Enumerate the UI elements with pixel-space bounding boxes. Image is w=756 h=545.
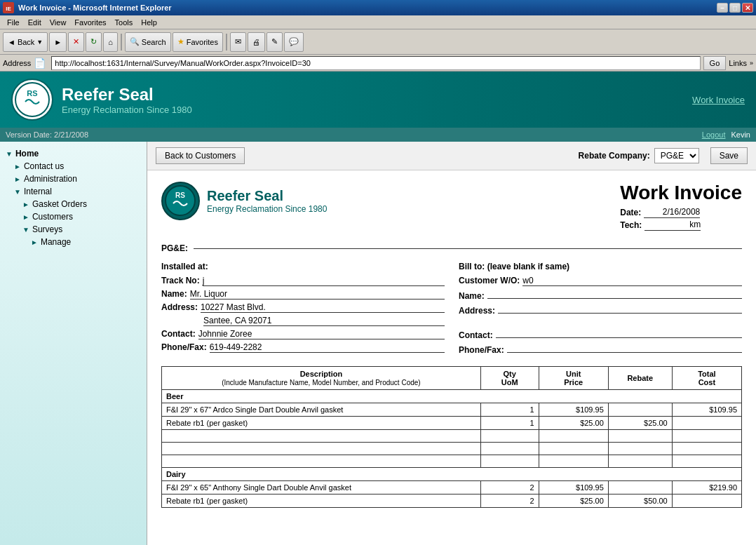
sidebar-item-customers[interactable]: ► Customers: [0, 210, 147, 223]
back-button[interactable]: ◄ Back ▼: [3, 32, 48, 52]
minimize-button[interactable]: –: [717, 3, 728, 13]
close-button[interactable]: ✕: [742, 3, 753, 13]
menu-bar: File Edit View Favorites Tools Help: [0, 15, 756, 29]
menu-help[interactable]: Help: [137, 17, 161, 28]
menu-file[interactable]: File: [3, 17, 24, 28]
installed-phone-value: 619-449-2282: [210, 342, 445, 353]
address-input[interactable]: http://localhost:1631/Internal/Survey/Ma…: [51, 56, 700, 70]
mail-button[interactable]: ✉: [230, 32, 246, 52]
invoice-tech-row: Tech: km: [620, 220, 742, 231]
bill-address-row: Address:: [459, 304, 742, 316]
bill-contact-value: [496, 328, 742, 338]
bill-address-label: Address:: [459, 306, 495, 316]
date-value: 2/16/2008: [644, 207, 700, 218]
gasket-arrow-icon: ►: [22, 201, 29, 208]
installed-at-section: Installed at: Track No: j Name: Mr. Liqu…: [161, 262, 445, 358]
invoice-content: RS Reefer Seal Energy Reclamation Since …: [147, 170, 756, 519]
bill-name-row: Name:: [459, 289, 742, 301]
section-dairy-label: Dairy: [162, 468, 742, 481]
surveys-arrow-icon: ▼: [22, 226, 29, 234]
sidebar-item-gasket-orders[interactable]: ► Gasket Orders: [0, 198, 147, 210]
rebate-company-field: Rebate Company: PG&E: [579, 148, 699, 163]
sidebar-home-label: Home: [15, 149, 39, 159]
discuss-button[interactable]: 💬: [284, 32, 304, 52]
bill-sections: Installed at: Track No: j Name: Mr. Liqu…: [161, 262, 742, 358]
sidebar-surveys-label: Surveys: [32, 224, 62, 234]
row3-total: $219.90: [672, 481, 741, 494]
installed-city-row: Santee, CA 92071: [161, 316, 445, 326]
home-icon: ⌂: [108, 38, 113, 46]
page-icon: 📄: [34, 58, 46, 69]
sidebar-item-contact[interactable]: ► Contact us: [0, 160, 147, 173]
back-dropdown-icon[interactable]: ▼: [36, 39, 43, 46]
back-icon: ◄: [8, 38, 15, 46]
page-title-link[interactable]: Work Invoice: [692, 95, 745, 105]
invoice-company-name: Reefer Seal: [207, 188, 327, 204]
section-beer: Beer: [162, 390, 742, 403]
row3-rebate: [608, 481, 672, 494]
favorites-button[interactable]: ★ Favorites: [173, 32, 223, 52]
installed-contact-label: Contact:: [161, 329, 196, 339]
table-row: F&I 29" x 65" Anthony Single Dart Double…: [162, 481, 742, 494]
row2-desc: Rebate rb1 (per gasket): [162, 417, 481, 430]
home-button[interactable]: ⌂: [103, 32, 118, 52]
invoice-logo-section: RS Reefer Seal Energy Reclamation Since …: [161, 182, 620, 220]
table-row: Rebate rb1 (per gasket) 1 $25.00 $25.00: [162, 417, 742, 430]
bill-phone-value: [507, 343, 742, 353]
links-button[interactable]: Links: [729, 59, 747, 67]
menu-edit[interactable]: Edit: [24, 17, 46, 28]
table-row-empty: [162, 430, 742, 443]
table-row-empty: [162, 443, 742, 455]
sidebar-item-surveys[interactable]: ▼ Surveys: [0, 223, 147, 236]
row1-rebate: [608, 403, 672, 417]
row1-price: $109.95: [539, 403, 608, 417]
sidebar-item-administration[interactable]: ► Administration: [0, 173, 147, 185]
row4-qty: 2: [480, 494, 539, 508]
rebate-company-select[interactable]: PG&E: [654, 148, 699, 163]
col-unit-price: UnitPrice: [539, 367, 608, 390]
menu-view[interactable]: View: [46, 17, 71, 28]
maximize-button[interactable]: □: [729, 3, 741, 13]
sidebar-item-manage[interactable]: ► Manage: [0, 236, 147, 248]
admin-arrow-icon: ►: [14, 175, 21, 183]
title-bar: IE Work Invoice - Microsoft Internet Exp…: [0, 0, 756, 15]
row2-total: [672, 417, 741, 430]
menu-tools[interactable]: Tools: [111, 17, 137, 28]
stop-button[interactable]: ✕: [68, 32, 84, 52]
home-arrow-icon: ▼: [6, 150, 13, 158]
customer-wo-value: w0: [522, 276, 742, 286]
bill-to-section: Bill to: (leave blank if same) Customer …: [459, 262, 742, 358]
go-button[interactable]: Go: [703, 56, 727, 70]
tech-label: Tech:: [620, 220, 642, 230]
installed-phone-row: Phone/Fax: 619-449-2282: [161, 342, 445, 353]
discuss-icon: 💬: [289, 37, 299, 46]
customer-wo-row: Customer W/O: w0: [459, 276, 742, 286]
sidebar-item-internal[interactable]: ▼ Internal: [0, 185, 147, 198]
company-logo: RS: [11, 79, 53, 121]
company-tagline: Energy Reclamation Since 1980: [62, 105, 192, 115]
installed-address-value: 10227 Mast Blvd.: [201, 302, 445, 313]
print-button[interactable]: 🖨: [248, 32, 265, 52]
bill-phone-label: Phone/Fax:: [459, 345, 504, 355]
row4-rebate: $50.00: [608, 494, 672, 508]
table-row-empty: [162, 455, 742, 468]
manage-arrow-icon: ►: [31, 238, 38, 246]
sidebar-item-home[interactable]: ▼ Home: [0, 147, 147, 160]
back-to-customers-button[interactable]: Back to Customers: [156, 147, 245, 164]
save-button[interactable]: Save: [710, 147, 748, 164]
window-controls[interactable]: – □ ✕: [717, 3, 753, 13]
refresh-icon: ↻: [90, 37, 97, 46]
installed-name-row: Name: Mr. Liquor: [161, 289, 445, 300]
app-icon: IE: [3, 2, 14, 13]
address-label: Address: [3, 59, 31, 67]
search-button[interactable]: 🔍 Search: [125, 32, 171, 52]
bill-phone-row: Phone/Fax:: [459, 343, 742, 355]
refresh-button[interactable]: ↻: [86, 32, 102, 52]
edit-button[interactable]: ✎: [266, 32, 283, 52]
window-title: Work Invoice - Microsoft Internet Explor…: [18, 4, 717, 12]
row2-price: $25.00: [539, 417, 608, 430]
logout-link[interactable]: Logout: [702, 130, 726, 139]
forward-button[interactable]: ►: [49, 32, 67, 52]
invoice-meta: Date: 2/16/2008 Tech: km: [620, 207, 742, 231]
menu-favorites[interactable]: Favorites: [70, 17, 110, 28]
